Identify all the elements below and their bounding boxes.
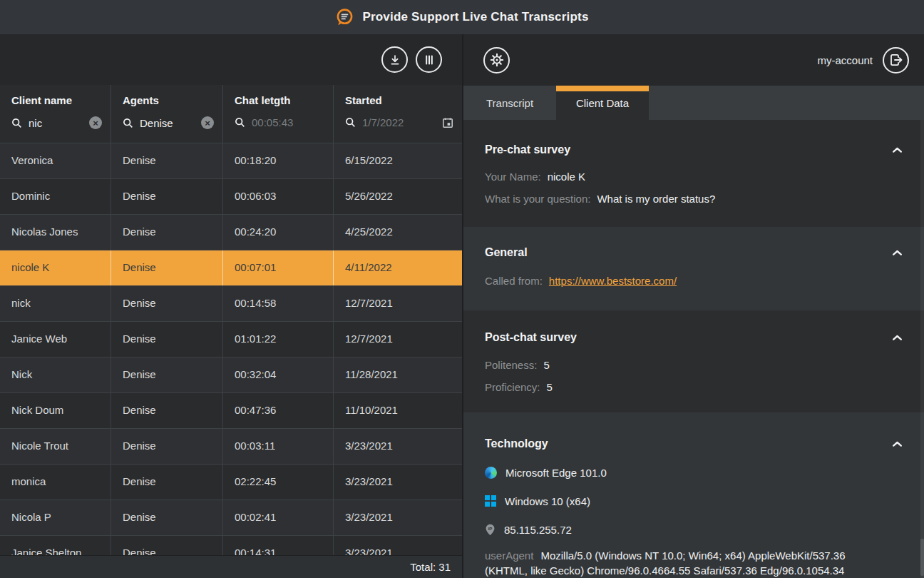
cell-started: 4/11/2022 [333, 250, 462, 285]
app-window: Provide Support Live Chat Transcripts [0, 0, 924, 578]
clear-filter-button[interactable]: × [89, 116, 102, 129]
collapse-section-button[interactable] [889, 438, 905, 450]
account-name: my-account [817, 54, 873, 66]
cell-chat-length: 00:32:04 [222, 358, 333, 392]
section-general: General Called from: https://www.beststo… [463, 227, 924, 310]
agents-filter: × [123, 116, 214, 129]
cell-client-name: Nick Doum [0, 393, 111, 428]
field-row: Your Name: nicole K [485, 166, 903, 188]
section-title: Post-chat survey [485, 330, 903, 345]
tab-transcript[interactable]: Transcript [463, 86, 556, 120]
field-row: What is your question: What is my order … [485, 188, 903, 210]
client-name-filter: × [11, 116, 102, 129]
download-button[interactable] [381, 46, 408, 73]
app-title: Provide Support Live Chat Transcripts [362, 10, 588, 24]
cell-started: 11/28/2021 [333, 358, 462, 392]
column-client-name: Client name × [0, 85, 111, 143]
field-label: What is your question: [485, 193, 590, 205]
field-row: Politeness: 5 [485, 354, 903, 376]
table-row[interactable]: Nick Doum Denise 00:47:36 11/10/2021 [0, 392, 462, 428]
table-header: Client name × Agents [0, 85, 462, 143]
column-header-label: Client name [11, 94, 102, 106]
app-logo-icon [335, 8, 354, 27]
cell-chat-length: 00:18:20 [222, 143, 333, 178]
tab-client-data[interactable]: Client Data [556, 86, 649, 120]
cell-chat-length: 01:01:22 [222, 322, 333, 357]
table-row-selected[interactable]: nicole K Denise 00:07:01 4/11/2022 [0, 250, 462, 285]
table-row[interactable]: Nicole Trout Denise 00:03:11 3/23/2021 [0, 428, 462, 464]
client-data-sections: Pre-chat survey Your Name: nicole K What… [463, 120, 924, 578]
section-title: Technology [485, 437, 903, 451]
search-icon [345, 117, 356, 128]
collapse-section-button[interactable] [889, 332, 905, 344]
chat-length-filter-input[interactable] [252, 116, 324, 128]
cell-chat-length: 00:47:36 [222, 393, 333, 428]
cell-chat-length: 00:07:01 [222, 250, 333, 285]
scrollbar-track[interactable] [920, 120, 924, 578]
field-row: Proficiency: 5 [485, 376, 903, 398]
section-title: Pre-chat survey [485, 143, 903, 157]
column-agents: Agents × [111, 85, 222, 143]
os-info: Windows 10 (x64) [485, 487, 903, 515]
cell-agent: Denise [111, 393, 222, 428]
transcript-detail-panel: my-account Transcript Client Data [463, 34, 924, 578]
cell-started: 12/7/2021 [333, 286, 462, 321]
table-row[interactable]: Janice Web Denise 01:01:22 12/7/2021 [0, 321, 462, 357]
ip-info: IP 85.115.255.72 [485, 515, 903, 544]
table-row[interactable]: Nicolas Jones Denise 00:24:20 4/25/2022 [0, 214, 462, 250]
started-filter-input[interactable] [362, 116, 436, 128]
columns-icon [423, 54, 436, 66]
table-row[interactable]: Dominic Denise 00:06:03 5/26/2022 [0, 178, 462, 214]
section-title: General [485, 245, 903, 260]
field-value: What is my order status? [597, 193, 715, 205]
scrollbar-thumb[interactable] [920, 539, 924, 576]
field-label: Politeness: [485, 359, 537, 371]
section-technology: Technology Microsoft Edge 101.0 [463, 412, 924, 578]
field-value: 5 [543, 359, 549, 371]
logout-button[interactable] [883, 47, 909, 73]
cell-client-name: Nicole Trout [0, 429, 111, 464]
settings-button[interactable] [483, 47, 510, 73]
table-row[interactable]: Nick Denise 00:32:04 11/28/2021 [0, 357, 462, 392]
table-row[interactable]: monica Denise 02:22:45 3/23/2021 [0, 464, 462, 500]
cell-client-name: nicole K [0, 250, 111, 285]
cell-chat-length: 02:22:45 [222, 465, 333, 500]
cell-agent: Denise [111, 179, 222, 214]
cell-started: 12/7/2021 [333, 322, 462, 357]
cell-chat-length: 00:03:11 [222, 429, 333, 464]
total-count: Total: 31 [410, 561, 451, 573]
user-agent-value: Mozilla/5.0 (Windows NT 10.0; Win64; x64… [485, 549, 846, 577]
cell-chat-length: 00:24:20 [222, 215, 333, 250]
clear-filter-button[interactable]: × [201, 116, 214, 129]
chevron-up-icon [892, 439, 903, 450]
logout-icon [888, 52, 904, 68]
calendar-icon[interactable] [442, 117, 453, 128]
field-value: nicole K [548, 171, 585, 183]
cell-client-name: Nicolas Jones [0, 215, 111, 250]
svg-text:IP: IP [488, 526, 493, 530]
search-icon [235, 117, 245, 128]
cell-chat-length: 00:06:03 [222, 179, 333, 214]
collapse-section-button[interactable] [889, 144, 905, 156]
table-row[interactable]: Nicola P Denise 00:02:41 3/23/2021 [0, 500, 462, 535]
cell-agent: Denise [111, 143, 222, 178]
ip-location-icon: IP [485, 524, 496, 536]
table-row[interactable]: nick Denise 00:14:58 12/7/2021 [0, 285, 462, 321]
cell-started: 3/23/2021 [333, 429, 462, 464]
called-from-link[interactable]: https://www.beststore.com/ [549, 275, 677, 287]
browser-info: Microsoft Edge 101.0 [485, 458, 903, 487]
started-filter [345, 116, 453, 128]
cell-client-name: Nicola P [0, 500, 111, 535]
cell-started: 11/10/2021 [333, 393, 462, 428]
columns-button[interactable] [416, 46, 442, 73]
client-name-filter-input[interactable] [29, 117, 83, 129]
field-label: Called from: [485, 275, 543, 287]
cell-started: 3/23/2021 [333, 500, 462, 535]
transcripts-toolbar [0, 34, 462, 85]
table-row[interactable]: Veronica Denise 00:18:20 6/15/2022 [0, 143, 462, 178]
agents-filter-input[interactable] [140, 117, 195, 129]
column-header-label: Chat letgth [235, 94, 324, 106]
collapse-section-button[interactable] [889, 247, 905, 259]
user-agent-label: userAgent [485, 549, 533, 562]
transcripts-list-panel: Client name × Agents [0, 34, 462, 578]
